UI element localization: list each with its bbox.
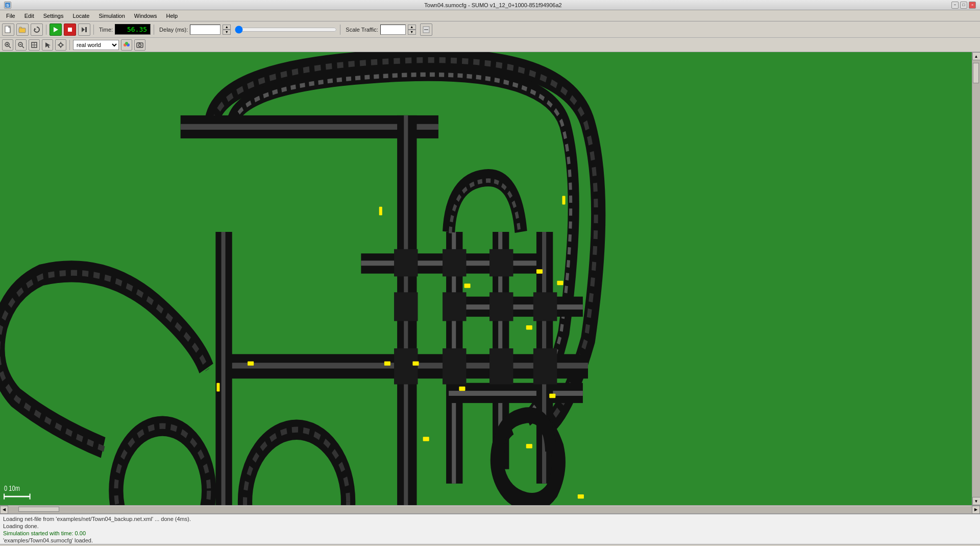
svg-rect-72 [464, 283, 470, 288]
window-controls[interactable]: − □ × [951, 2, 976, 9]
vscroll-thumb[interactable] [973, 63, 979, 83]
toolbar1: Time: 56.35 Delay (ms): ▲ ▼ Scale Traffi… [0, 21, 980, 38]
scale-up[interactable]: ▲ [408, 25, 416, 30]
svg-rect-5 [19, 28, 26, 33]
vscroll-up-button[interactable]: ▲ [972, 52, 981, 60]
scale-label: Scale Traffic: [346, 27, 378, 33]
svg-rect-68 [443, 292, 466, 321]
menu-simulation[interactable]: Simulation [94, 12, 129, 20]
menu-edit[interactable]: Edit [20, 12, 38, 20]
svg-rect-76 [412, 361, 419, 365]
scale-icon-button[interactable] [420, 23, 432, 36]
toolbar2: real world standard railway satellite [0, 38, 980, 52]
road-network-svg: 0 10m [0, 52, 980, 505]
delay-spinners[interactable]: ▲ ▼ [223, 25, 231, 35]
log-line-4: 'examples/Town04.sumocfg' loaded. [3, 537, 977, 544]
svg-line-14 [9, 46, 11, 48]
separator4 [340, 25, 340, 35]
time-label: Time: [99, 27, 113, 33]
delay-up[interactable]: ▲ [223, 25, 231, 30]
app-icon: S [4, 2, 11, 9]
svg-marker-23 [45, 42, 51, 48]
menu-help[interactable]: Help [162, 12, 182, 20]
maximize-button[interactable]: □ [960, 2, 967, 9]
status-bar-area: Loading net-file from 'examples/net/Town… [0, 513, 980, 544]
vscroll-down-button[interactable]: ▼ [972, 497, 981, 505]
scale-input[interactable] [380, 25, 406, 35]
menu-locate[interactable]: Locate [68, 12, 93, 20]
delay-input[interactable] [190, 25, 220, 35]
select-button[interactable] [42, 39, 53, 51]
svg-rect-81 [526, 444, 532, 448]
zoom-out-button[interactable] [15, 39, 27, 51]
separator1 [46, 25, 46, 35]
svg-rect-79 [216, 383, 219, 392]
svg-rect-69 [489, 292, 513, 321]
menu-file[interactable]: File [2, 12, 19, 20]
zoom-in-button[interactable] [2, 39, 13, 51]
delay-down[interactable]: ▼ [223, 30, 231, 35]
svg-marker-9 [82, 27, 85, 32]
menu-windows[interactable]: Windows [130, 12, 161, 20]
delay-slider[interactable] [235, 26, 337, 34]
fit-view-button[interactable] [29, 39, 40, 51]
svg-rect-63 [533, 348, 557, 384]
view-select[interactable]: real world standard railway satellite [73, 40, 119, 50]
menu-settings[interactable]: Settings [39, 12, 68, 20]
scale-spinners[interactable]: ▲ ▼ [408, 25, 416, 35]
svg-rect-60 [394, 348, 418, 384]
scale-down[interactable]: ▼ [408, 30, 416, 35]
hscroll-thumb[interactable] [18, 507, 59, 512]
step-button[interactable] [78, 23, 90, 36]
color-scheme-button[interactable] [121, 39, 132, 51]
svg-rect-86 [459, 387, 465, 391]
separator2 [93, 25, 94, 35]
svg-rect-66 [489, 249, 513, 277]
svg-rect-75 [526, 325, 532, 329]
minimize-button[interactable]: − [951, 2, 959, 9]
log-line-1: Loading net-file from 'examples/net/Town… [3, 515, 977, 523]
svg-rect-64 [394, 249, 418, 277]
delay-label: Delay (ms): [159, 27, 188, 33]
window-title: Town04.sumocfg - SUMO v1_12_0+1000-851f9… [35, 2, 951, 8]
canvas-wrapper: 0 10m ▲ ▼ [0, 52, 980, 505]
svg-rect-70 [533, 292, 557, 321]
vscroll-track[interactable] [972, 60, 980, 497]
log-line-3: Simulation started with time: 0.00 [3, 530, 977, 537]
svg-rect-80 [423, 437, 429, 441]
svg-rect-73 [379, 207, 382, 216]
svg-rect-62 [489, 348, 513, 384]
horizontal-scrollbar[interactable]: ◀ ▶ [0, 505, 980, 513]
hscroll-right-button[interactable]: ▶ [972, 506, 980, 514]
svg-point-24 [59, 43, 62, 46]
menu-bar: File Edit Settings Locate Simulation Win… [0, 10, 980, 21]
separator5 [69, 40, 70, 50]
svg-rect-74 [557, 281, 563, 285]
svg-text:S: S [6, 3, 9, 8]
log-line-2: Loading done. [3, 523, 977, 530]
svg-rect-10 [85, 27, 87, 32]
new-button[interactable] [2, 23, 14, 36]
open-button[interactable] [16, 23, 29, 36]
svg-rect-85 [562, 196, 565, 205]
main-canvas[interactable]: 0 10m ▲ ▼ [0, 52, 980, 505]
svg-marker-7 [54, 27, 58, 32]
hscroll-track[interactable] [8, 506, 972, 513]
svg-rect-82 [549, 394, 555, 398]
screenshot-button[interactable] [134, 39, 145, 51]
hscroll-left-button[interactable]: ◀ [0, 506, 8, 514]
delay-slider-container[interactable] [235, 26, 337, 34]
svg-rect-55 [449, 304, 583, 310]
log-area: Loading net-file from 'examples/net/Town… [0, 514, 980, 544]
reload-button[interactable] [31, 23, 43, 36]
time-display: 56.35 [115, 24, 151, 35]
svg-point-33 [139, 44, 141, 46]
close-button[interactable]: × [969, 2, 976, 9]
play-button[interactable] [50, 23, 62, 36]
stop-button[interactable] [64, 23, 76, 36]
svg-marker-6 [34, 28, 36, 30]
svg-rect-78 [248, 361, 254, 365]
pan-button[interactable] [55, 39, 66, 51]
title-bar: S Town04.sumocfg - SUMO v1_12_0+1000-851… [0, 0, 980, 10]
vertical-scrollbar[interactable]: ▲ ▼ [972, 52, 980, 505]
